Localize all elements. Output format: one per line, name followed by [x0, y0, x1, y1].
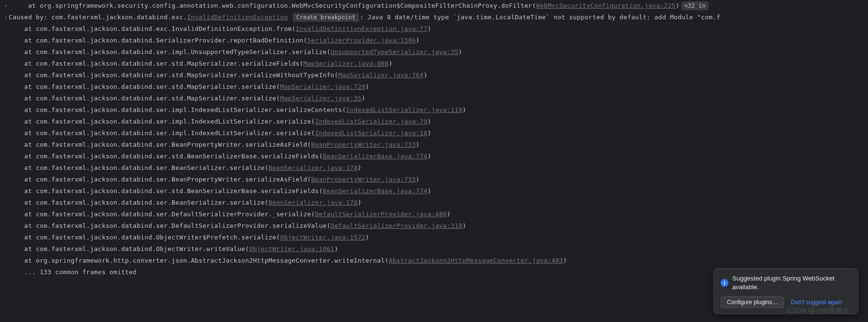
method-name: org.springframework.security.config.anno… — [40, 2, 532, 9]
stack-frame-line: at com.fasterxml.jackson.databind.ser.st… — [4, 81, 868, 93]
stack-frame-line: at com.fasterxml.jackson.databind.Object… — [4, 232, 868, 243]
indent-spacer — [4, 243, 9, 255]
source-link[interactable]: WebMvcSecurityConfiguration.java:225 — [536, 2, 676, 9]
stack-frame-line: at com.fasterxml.jackson.databind.ser.De… — [4, 220, 868, 232]
expand-icon[interactable]: › — [4, 0, 9, 12]
source-link[interactable]: BeanPropertyWriter.java:733 — [311, 141, 416, 148]
source-link[interactable]: MapSerializer.java:720 — [280, 83, 366, 90]
source-link[interactable]: DefaultSerializerProvider.java:319 — [330, 222, 462, 229]
source-link[interactable]: BeanSerializer.java:178 — [269, 199, 358, 206]
info-icon: i — [721, 279, 728, 287]
stack-frame-line: at com.fasterxml.jackson.databind.ser.st… — [4, 93, 868, 104]
source-link[interactable]: ObjectWriter.java:1061 — [249, 245, 335, 252]
source-link[interactable]: BeanSerializer.java:178 — [269, 164, 358, 171]
method-name: com.fasterxml.jackson.databind.Serialize… — [36, 37, 303, 44]
method-name: com.fasterxml.jackson.databind.ser.BeanP… — [36, 176, 307, 183]
stack-frame-line: at com.fasterxml.jackson.databind.ser.st… — [4, 151, 868, 162]
method-name: com.fasterxml.jackson.databind.ser.impl.… — [36, 129, 311, 137]
at-keyword: at — [9, 199, 36, 206]
source-link[interactable]: InvalidDefinitionException.java:77 — [296, 25, 427, 32]
source-link[interactable]: SerializerProvider.java:1306 — [307, 37, 416, 44]
method-name: com.fasterxml.jackson.databind.ser.BeanS… — [36, 164, 265, 171]
at-keyword: at — [9, 95, 36, 102]
at-keyword: at — [9, 176, 36, 183]
at-keyword: at — [9, 141, 36, 148]
stack-frame-line: at com.fasterxml.jackson.databind.ser.Be… — [4, 197, 868, 209]
source-link[interactable]: DefaultSerializerProvider.java:480 — [315, 210, 447, 218]
source-link[interactable]: ObjectWriter.java:1572 — [280, 234, 366, 241]
source-link[interactable]: IndexedListSerializer.java:79 — [315, 118, 427, 125]
internal-calls-tag[interactable]: <32 in — [682, 1, 709, 10]
at-keyword: at — [9, 257, 36, 264]
at-keyword: at — [9, 83, 36, 90]
stack-frame-line: at com.fasterxml.jackson.databind.exc.In… — [4, 23, 868, 35]
at-keyword: at — [9, 153, 36, 160]
indent-spacer — [4, 185, 9, 197]
plugin-suggestion-notification: i Suggested plugin Spring WebSocket avai… — [713, 268, 858, 314]
source-link[interactable]: UnsupportedTypeSerializer.java:35 — [330, 48, 458, 56]
method-name: com.fasterxml.jackson.databind.ser.Defau… — [36, 210, 311, 218]
indent-spacer — [4, 93, 9, 104]
source-link[interactable]: BeanSerializerBase.java:774 — [323, 153, 427, 160]
method-name: org.springframework.http.converter.json.… — [36, 257, 384, 264]
stack-frame-line: at com.fasterxml.jackson.databind.ser.Be… — [4, 174, 868, 185]
indent-spacer — [4, 70, 9, 81]
indent-spacer — [4, 116, 9, 127]
exception-link[interactable]: InvalidDefinitionException — [187, 14, 288, 21]
method-name: com.fasterxml.jackson.databind.ser.std.M… — [36, 83, 276, 90]
method-name: com.fasterxml.jackson.databind.ser.std.M… — [36, 95, 276, 102]
caused-by-line: ›Caused by: com.fasterxml.jackson.databi… — [4, 12, 868, 23]
method-name: com.fasterxml.jackson.databind.ser.std.M… — [36, 71, 334, 79]
indent-spacer — [4, 139, 9, 151]
at-keyword: at — [9, 71, 36, 79]
notification-actions: Configure plugins… Don't suggest again — [721, 296, 851, 308]
stack-frame-line: at com.fasterxml.jackson.databind.ser.st… — [4, 58, 868, 70]
source-link[interactable]: MapSerializer.java:35 — [280, 95, 362, 102]
method-name: com.fasterxml.jackson.databind.ObjectWri… — [36, 234, 276, 241]
source-link[interactable]: IndexedListSerializer.java:119 — [346, 106, 462, 113]
indent-spacer — [4, 209, 9, 220]
at-keyword: at — [9, 164, 36, 171]
at-keyword: at — [9, 118, 36, 125]
method-name: com.fasterxml.jackson.databind.ser.Defau… — [36, 222, 327, 229]
at-keyword: at — [9, 106, 36, 113]
stack-frame-line: at com.fasterxml.jackson.databind.ser.De… — [4, 209, 868, 220]
stack-frame-line: › at org.springframework.security.config… — [4, 0, 868, 12]
method-name: com.fasterxml.jackson.databind.ser.impl.… — [36, 118, 311, 125]
at-keyword: at — [9, 37, 36, 44]
source-link[interactable]: MapSerializer.java:764 — [338, 71, 424, 79]
indent-spacer — [4, 162, 9, 174]
stack-frame-line: at com.fasterxml.jackson.databind.ser.Be… — [4, 162, 868, 174]
at-keyword: at — [9, 245, 36, 252]
expand-icon[interactable]: › — [4, 12, 9, 23]
source-link[interactable]: BeanSerializerBase.java:774 — [323, 187, 427, 195]
stack-frame-line: at org.springframework.http.converter.js… — [4, 255, 868, 266]
source-link[interactable]: IndexedListSerializer.java:18 — [315, 129, 427, 137]
indent-spacer — [4, 197, 9, 209]
at-keyword: at — [9, 48, 36, 56]
dont-suggest-link[interactable]: Don't suggest again — [791, 298, 842, 307]
create-breakpoint-button[interactable]: Create breakpoint — [293, 13, 359, 22]
indent-spacer — [4, 58, 9, 70]
source-link[interactable]: MapSerializer.java:808 — [303, 60, 389, 67]
stack-trace-console[interactable]: › at org.springframework.security.config… — [0, 0, 868, 278]
stack-frame-line: at com.fasterxml.jackson.databind.ser.st… — [4, 70, 868, 81]
indent-spacer — [4, 104, 9, 116]
method-name: com.fasterxml.jackson.databind.ser.impl.… — [36, 48, 327, 56]
indent-spacer — [4, 81, 9, 93]
source-link[interactable]: AbstractJackson2HttpMessageConverter.jav… — [389, 257, 563, 264]
indent-spacer — [4, 35, 9, 46]
method-name: com.fasterxml.jackson.databind.ser.impl.… — [36, 106, 342, 113]
indent-spacer — [4, 127, 9, 139]
at-keyword: at — [9, 129, 36, 137]
stack-frame-line: at com.fasterxml.jackson.databind.ser.im… — [4, 46, 868, 58]
indent-spacer — [4, 232, 9, 243]
method-name: com.fasterxml.jackson.databind.ser.std.M… — [36, 60, 299, 67]
configure-plugins-button[interactable]: Configure plugins… — [721, 296, 784, 308]
stack-frame-line: at com.fasterxml.jackson.databind.ser.im… — [4, 104, 868, 116]
stack-frame-line: at com.fasterxml.jackson.databind.Serial… — [4, 35, 868, 46]
notification-header: i Suggested plugin Spring WebSocket avai… — [721, 274, 851, 292]
method-name: com.fasterxml.jackson.databind.exc.Inval… — [36, 25, 292, 32]
at-keyword: at — [9, 187, 36, 195]
source-link[interactable]: BeanPropertyWriter.java:733 — [311, 176, 416, 183]
